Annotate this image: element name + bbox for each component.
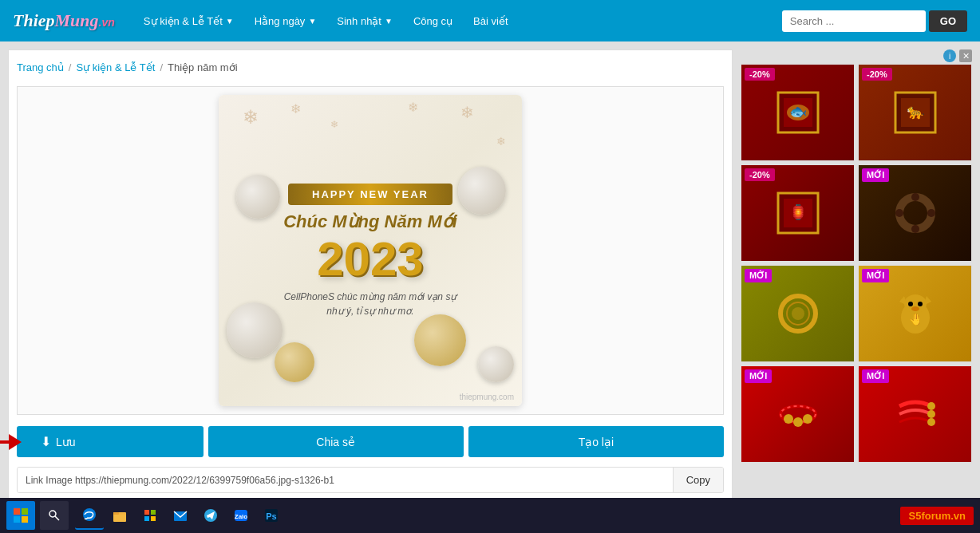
svg-point-33	[927, 418, 935, 426]
ornament-ball-2	[227, 302, 283, 358]
save-button[interactable]: ⬇ Lưu	[17, 426, 204, 457]
action-row: ⬇ Lưu Chia sẻ Tạo lại	[17, 426, 724, 457]
breadcrumb-su-kien[interactable]: Sự kiện & Lễ Tết	[76, 61, 155, 73]
recreate-button[interactable]: Tạo lại	[468, 426, 724, 457]
svg-point-22	[908, 302, 913, 306]
ad-badge-4: MỚI	[862, 168, 889, 182]
taskbar-mail[interactable]	[166, 501, 195, 510]
ad-item-4[interactable]: MỚI	[858, 164, 972, 262]
link-row: Link Image https://thiepmung.com/2022/12…	[17, 467, 724, 493]
ad-badge-3: -20%	[745, 168, 775, 181]
sforum-badge[interactable]: S5forum.vn	[900, 507, 974, 511]
svg-point-40	[83, 508, 96, 510]
ornament-ball-6	[478, 346, 514, 382]
arrow-line	[0, 440, 9, 444]
svg-point-24	[911, 306, 919, 311]
ad-item-3[interactable]: -20% 🏮	[741, 164, 855, 262]
ornament-ball-5	[414, 314, 466, 366]
snowflake-5: ❄	[496, 135, 506, 148]
ad-badge-2: -20%	[862, 68, 892, 81]
search-input[interactable]	[782, 10, 926, 32]
search-button[interactable]: GO	[929, 10, 967, 32]
svg-rect-35	[22, 508, 28, 510]
svg-point-28	[784, 414, 793, 424]
ad-close-icons: i ✕	[943, 49, 972, 62]
ad-item-6[interactable]: MỚI 🤚	[858, 265, 972, 362]
ornament-ball-3	[275, 342, 314, 382]
nav-links: Sự kiện & Lễ Tết ▼ Hằng ngày ▼ Sinh nhật…	[136, 10, 774, 32]
chevron-down-icon: ▼	[308, 17, 316, 26]
svg-text:🐟: 🐟	[789, 103, 808, 120]
breadcrumb-home[interactable]: Trang chủ	[17, 61, 64, 73]
search-area: GO	[782, 10, 967, 32]
ad-close-bar: i ✕	[741, 49, 972, 62]
nav-item-sinh-nhat[interactable]: Sinh nhật ▼	[329, 10, 401, 32]
svg-text:🏮: 🏮	[789, 203, 808, 221]
copy-button[interactable]: Copy	[673, 468, 723, 492]
ad-badge-1: -20%	[745, 68, 775, 81]
ad-info-icon[interactable]: i	[943, 49, 956, 62]
ad-grid: -20% 🐟 -20% 🐆	[741, 64, 972, 463]
nav-item-bai-viet[interactable]: Bài viết	[465, 10, 516, 32]
taskbar: Zalo Ps S5forum.vn	[0, 498, 980, 510]
nav-item-cong-cu[interactable]: Công cụ	[405, 10, 460, 32]
ad-item-8[interactable]: MỚI	[858, 365, 972, 463]
snowflake-3: ❄	[330, 119, 338, 130]
svg-point-30	[803, 414, 812, 424]
chevron-down-icon: ▼	[385, 17, 393, 26]
ornament-ball-4	[458, 167, 506, 215]
content-area: Trang chủ / Sự kiện & Lễ Tết / Thiệp năm…	[8, 49, 733, 502]
card-watermark: thiepmung.com	[460, 393, 514, 401]
nav-item-hang-ngay[interactable]: Hằng ngày ▼	[247, 10, 325, 32]
ad-item-2[interactable]: -20% 🐆	[858, 64, 972, 161]
nav-item-su-kien[interactable]: Sự kiện & Lễ Tết ▼	[136, 10, 242, 32]
breadcrumb-sep-2: /	[160, 61, 163, 73]
breadcrumb-current: Thiệp năm mới	[168, 61, 238, 73]
svg-rect-34	[14, 508, 20, 510]
snowflake-2: ❄	[290, 101, 301, 116]
svg-point-31	[927, 402, 935, 410]
chevron-down-icon: ▼	[226, 17, 234, 26]
card-year: 2023	[317, 235, 423, 283]
site-logo[interactable]: ThiepMung.vn	[13, 10, 115, 31]
taskbar-edge[interactable]	[75, 501, 104, 510]
breadcrumb-sep-1: /	[69, 61, 72, 73]
share-button[interactable]: Chia sẻ	[208, 426, 464, 457]
ad-badge-7: MỚI	[745, 369, 772, 383]
ad-item-1[interactable]: -20% 🐟	[741, 64, 855, 161]
breadcrumb: Trang chủ / Sự kiện & Lễ Tết / Thiệp năm…	[17, 58, 724, 77]
snowflake-1: ❄	[243, 106, 259, 128]
svg-point-12	[927, 209, 935, 217]
start-button[interactable]	[6, 501, 35, 510]
svg-text:🐆: 🐆	[907, 103, 925, 120]
ad-badge-8: MỚI	[862, 369, 889, 383]
download-icon: ⬇	[41, 434, 51, 449]
taskbar-store[interactable]	[136, 501, 164, 510]
svg-point-32	[927, 410, 935, 418]
arrow-head	[9, 434, 22, 450]
svg-point-14	[895, 209, 903, 217]
ad-item-5[interactable]: MỚI	[741, 265, 855, 362]
taskbar-zalo[interactable]: Zalo	[227, 501, 255, 510]
arrow-indicator	[0, 434, 22, 450]
svg-point-23	[918, 302, 923, 306]
card-banner: HAPPY NEW YEAR	[288, 184, 452, 205]
ad-close-icon[interactable]: ✕	[959, 49, 972, 62]
ad-item-7[interactable]: MỚI	[741, 365, 855, 463]
svg-point-13	[911, 225, 919, 233]
card-title: Chúc Mừng Năm Mới	[283, 211, 457, 232]
navbar: ThiepMung.vn Sự kiện & Lễ Tết ▼ Hằng ngà…	[0, 0, 980, 41]
svg-rect-51	[265, 509, 278, 510]
svg-text:🤚: 🤚	[908, 313, 923, 326]
link-image-label: Link Image https://thiepmung.com/2022/12…	[18, 468, 673, 492]
svg-point-17	[792, 307, 804, 320]
taskbar-search-button[interactable]	[40, 501, 69, 510]
ornament-ball-1	[236, 175, 280, 219]
image-card: ❄ ❄ ❄ ❄ ❄ ❄ ❄ ❄ HAPPY NEW YEAR Chúc Mừng…	[17, 86, 724, 415]
taskbar-explorer[interactable]	[105, 501, 134, 510]
ad-badge-6: MỚI	[862, 269, 889, 282]
ad-badge-5: MỚI	[745, 269, 772, 282]
svg-point-48	[204, 509, 217, 510]
taskbar-photoshop[interactable]: Ps	[257, 501, 286, 510]
taskbar-telegram[interactable]	[196, 501, 225, 510]
